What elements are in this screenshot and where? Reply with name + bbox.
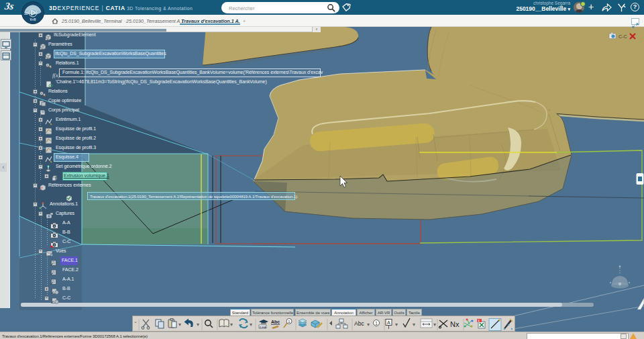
svg-text:V+R: V+R <box>30 18 37 21</box>
svg-text:1: 1 <box>375 321 378 326</box>
svg-text:Nx: Nx <box>450 320 460 328</box>
svg-text:f(x): f(x) <box>52 72 60 78</box>
svg-text:IDEA: IDEA <box>260 326 266 329</box>
svg-text:Abc: Abc <box>354 320 364 327</box>
svg-text:Abc: Abc <box>271 320 280 324</box>
svg-text:3D: 3D <box>24 12 29 15</box>
svg-text:▾: ▾ <box>197 322 199 328</box>
svg-text:▾: ▾ <box>178 322 181 328</box>
svg-text:▾: ▾ <box>413 322 415 328</box>
svg-text:▾: ▾ <box>367 322 370 328</box>
svg-text:▾: ▾ <box>230 322 233 328</box>
svg-text:▾: ▾ <box>395 322 398 328</box>
svg-text:C-C: C-C <box>619 34 627 39</box>
svg-text:X: X <box>478 320 480 323</box>
svg-text:A: A <box>387 320 390 325</box>
svg-text:▾: ▾ <box>433 322 436 328</box>
svg-text:▾: ▾ <box>250 322 252 328</box>
svg-text:⌄: ⌄ <box>133 319 138 324</box>
